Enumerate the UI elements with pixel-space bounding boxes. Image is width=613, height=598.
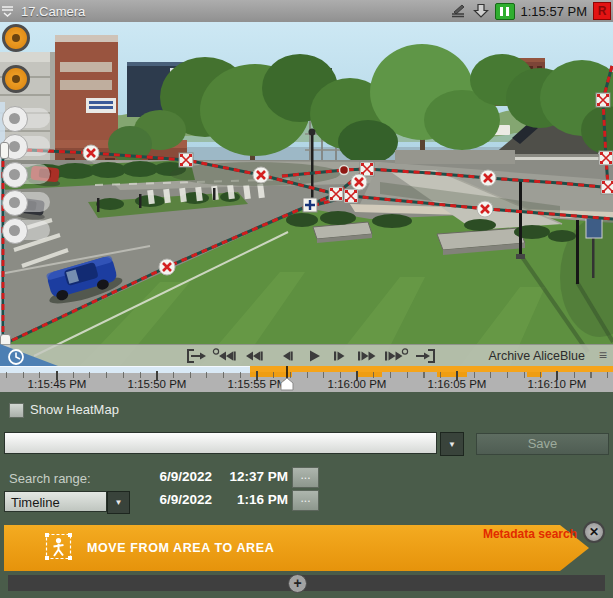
track-line-handle[interactable] <box>0 142 9 159</box>
circle-x-marker <box>83 145 99 161</box>
range-mode-select[interactable]: Timeline <box>4 491 107 512</box>
timeline-ruler[interactable]: 1:15:45 PM 1:15:50 PM 1:15:55 PM 1:16:00… <box>0 366 613 394</box>
next-event-button[interactable] <box>412 348 438 364</box>
edit-icon[interactable] <box>449 3 467 19</box>
camera-window: 17.Camera 1:15:57 PM R <box>0 0 613 598</box>
box-x-marker <box>329 187 343 201</box>
chevron-down-icon: ▼ <box>115 498 123 507</box>
play-button[interactable] <box>301 348 327 364</box>
camera-menu-icon[interactable] <box>0 5 15 18</box>
camera-control-button-5[interactable] <box>2 162 52 186</box>
box-x-marker <box>601 180 613 194</box>
heatmap-label: Show HeatMap <box>30 402 119 417</box>
circle-x-marker <box>351 174 367 190</box>
timeline-label: 1:15:45 PM <box>7 378 107 390</box>
start-date-picker-button[interactable]: ... <box>292 467 319 488</box>
range-start-time: 12:37 PM <box>216 469 288 484</box>
range-end-date: 6/9/2022 <box>130 492 212 507</box>
window-titlebar: 17.Camera 1:15:57 PM R <box>0 0 613 23</box>
banner-title: MOVE FROM AREA TO AREA <box>87 541 274 555</box>
camera-control-button-7[interactable] <box>2 218 52 242</box>
metadata-search-banner[interactable]: MOVE FROM AREA TO AREA <box>4 525 589 571</box>
fast-rewind-button[interactable] <box>242 348 268 364</box>
export-arrow-icon[interactable] <box>473 3 489 19</box>
box-x-marker <box>344 189 358 203</box>
forward-time-button[interactable] <box>383 348 409 364</box>
record-button[interactable]: R <box>593 2 611 20</box>
person-area-icon <box>45 533 72 564</box>
archive-selector[interactable]: Archive AliceBlue <box>488 349 585 363</box>
playback-controls-bar: Archive AliceBlue ≡ <box>0 344 613 366</box>
query-dropdown-button[interactable]: ▼ <box>440 432 464 456</box>
circle-x-marker <box>480 170 496 186</box>
box-x-marker <box>179 153 193 167</box>
circle-x-marker <box>477 201 493 217</box>
pause-button[interactable] <box>495 3 515 20</box>
box-x-marker <box>360 162 374 176</box>
prev-event-button[interactable] <box>184 348 210 364</box>
camera-scene <box>0 22 613 366</box>
close-banner-button[interactable]: ✕ <box>583 521 605 543</box>
save-button[interactable]: Save <box>476 433 609 455</box>
street-sign <box>586 218 602 238</box>
circle-x-marker <box>159 259 175 275</box>
camera-control-button-2[interactable] <box>2 65 30 93</box>
timeline-label: 1:16:10 PM <box>507 378 607 390</box>
archive-menu-icon[interactable]: ≡ <box>599 347 607 363</box>
camera-control-button-4[interactable] <box>2 134 52 158</box>
range-start-date: 6/9/2022 <box>130 469 212 484</box>
timeline-label: 1:16:05 PM <box>407 378 507 390</box>
search-panel: Show HeatMap ▼ Save Search range: 6/9/20… <box>0 392 613 598</box>
fast-forward-button[interactable] <box>354 348 380 364</box>
video-viewport[interactable]: Archive AliceBlue ≡ <box>0 22 613 366</box>
range-end-time: 1:16 PM <box>216 492 288 507</box>
rewind-time-button[interactable] <box>212 348 238 364</box>
box-x-marker <box>596 93 610 107</box>
timeline-label: 1:15:50 PM <box>107 378 207 390</box>
chevron-down-icon: ▼ <box>448 440 456 449</box>
search-range-label: Search range: <box>9 471 91 486</box>
end-date-picker-button[interactable]: ... <box>292 490 319 511</box>
circle-x-marker <box>253 167 269 183</box>
step-back-button[interactable] <box>274 348 300 364</box>
add-search-button[interactable]: + <box>288 574 307 593</box>
box-x-marker <box>599 151 613 165</box>
heatmap-checkbox[interactable] <box>9 403 24 418</box>
current-time: 1:15:57 PM <box>521 4 588 19</box>
camera-control-button-1[interactable] <box>2 24 30 52</box>
time-navigator-corner[interactable] <box>0 340 60 366</box>
camera-control-button-3[interactable] <box>2 106 52 130</box>
camera-title: 17.Camera <box>21 4 85 19</box>
box-plus-marker <box>303 198 317 212</box>
timeline-label: 1:16:00 PM <box>307 378 407 390</box>
camera-control-button-6[interactable] <box>2 190 52 214</box>
step-forward-button[interactable] <box>327 348 353 364</box>
dot-marker <box>340 166 349 175</box>
range-mode-dropdown-button[interactable]: ▼ <box>107 491 130 514</box>
query-input[interactable] <box>4 432 437 454</box>
